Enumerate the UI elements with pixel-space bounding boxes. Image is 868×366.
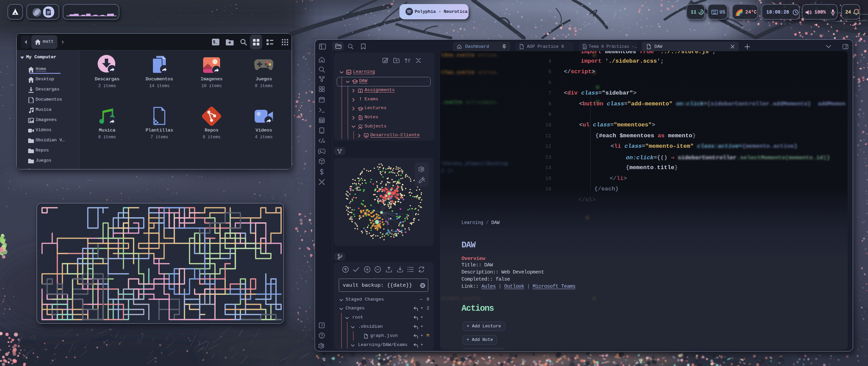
svg-text:$_: $_ [213, 40, 218, 45]
svg-text:75: 75 [365, 135, 368, 137]
